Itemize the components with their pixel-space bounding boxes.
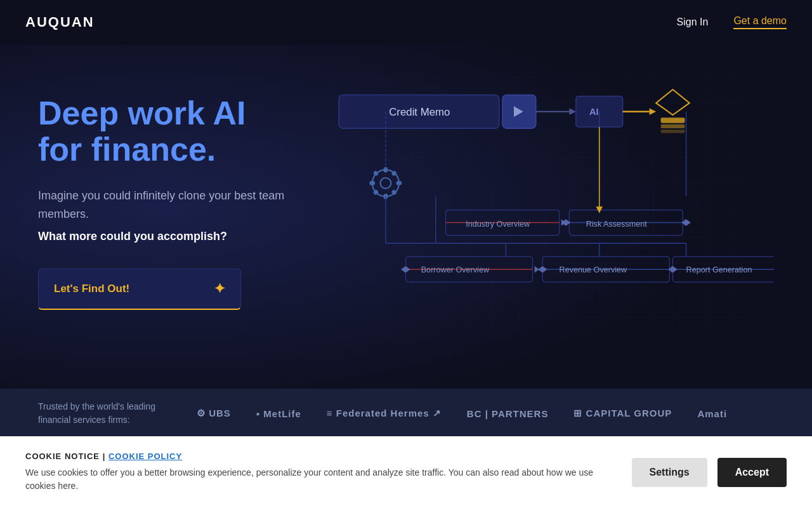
trusted-text: Trusted by the world's leading financial… bbox=[38, 400, 165, 427]
sign-in-button[interactable]: Sign In bbox=[677, 17, 709, 28]
svg-text:Report Generation: Report Generation bbox=[686, 265, 752, 274]
cookie-text-area: COOKIE NOTICE | Cookie Policy We use coo… bbox=[25, 451, 619, 493]
cookie-body: We use cookies to offer you a better bro… bbox=[25, 466, 619, 493]
partner-logo-metlife: ▪ MetLife bbox=[256, 408, 301, 419]
svg-text:Revenue Overview: Revenue Overview bbox=[560, 265, 628, 274]
svg-rect-19 bbox=[396, 181, 402, 185]
cookie-settings-button[interactable]: Settings bbox=[632, 458, 707, 487]
plus-icon: ✦ bbox=[214, 281, 225, 297]
hero-title: Deep work AI for finance. bbox=[38, 95, 304, 168]
credit-memo-text: Credit Memo bbox=[389, 106, 450, 118]
partner-logo-capital: ⊞ CAPITAL GROUP bbox=[573, 408, 672, 419]
cookie-banner: COOKIE NOTICE | Cookie Policy We use coo… bbox=[0, 436, 812, 508]
get-demo-button[interactable]: Get a demo bbox=[733, 15, 787, 29]
cookie-title: COOKIE NOTICE | Cookie Policy bbox=[25, 451, 619, 461]
cookie-policy-link[interactable]: Cookie Policy bbox=[108, 451, 182, 461]
diagram-area: Credit Memo AI bbox=[304, 76, 774, 330]
partner-logo-ubs: ⚙ UBS bbox=[197, 408, 231, 419]
workflow-diagram: Credit Memo AI bbox=[304, 76, 774, 330]
cta-button[interactable]: Let's Find Out! ✦ bbox=[38, 269, 241, 310]
svg-text:Risk Assessment: Risk Assessment bbox=[586, 220, 648, 229]
hero-left: Deep work AI for finance. Imagine you co… bbox=[38, 83, 304, 310]
partner-logo-amati: Amati bbox=[697, 408, 727, 419]
svg-rect-11 bbox=[661, 117, 685, 123]
partner-logo-federated: ≡ Federated Hermes ↗ bbox=[327, 408, 442, 419]
logos-row: ⚙ UBS ▪ MetLife ≡ Federated Hermes ↗ BC … bbox=[197, 408, 774, 419]
hero-subtitle: Imagine you could infinitely clone your … bbox=[38, 187, 304, 224]
svg-text:Industry Overview: Industry Overview bbox=[466, 220, 530, 229]
svg-text:Borrower Overview: Borrower Overview bbox=[421, 265, 490, 274]
svg-rect-13 bbox=[661, 130, 685, 133]
logo: AUQUAN bbox=[25, 14, 95, 30]
cta-label: Let's Find Out! bbox=[54, 283, 129, 295]
cookie-accept-button[interactable]: Accept bbox=[717, 458, 787, 487]
svg-rect-12 bbox=[661, 124, 685, 128]
navbar: AUQUAN Sign In Get a demo bbox=[0, 0, 812, 44]
cookie-actions: Settings Accept bbox=[632, 458, 787, 487]
hero-question: What more could you accomplish? bbox=[38, 230, 304, 243]
svg-text:AI: AI bbox=[589, 107, 599, 117]
trusted-bar: Trusted by the world's leading financial… bbox=[0, 389, 812, 438]
svg-rect-18 bbox=[370, 181, 375, 185]
partner-logo-bc: BC | PARTNERS bbox=[467, 408, 549, 419]
nav-actions: Sign In Get a demo bbox=[677, 15, 787, 29]
